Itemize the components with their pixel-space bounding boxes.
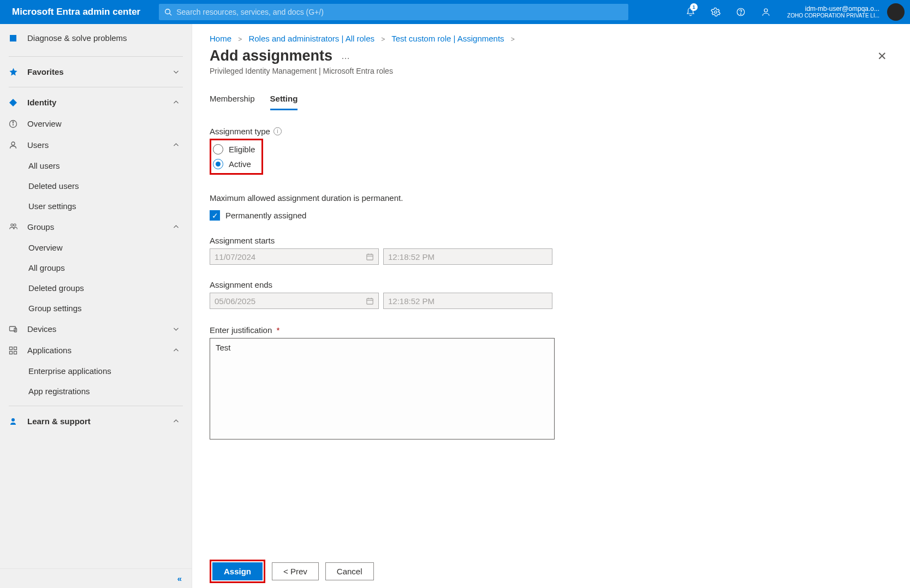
notifications-icon[interactable]: 1 — [678, 0, 703, 24]
crumb-test[interactable]: Test custom role | Assignments — [391, 34, 504, 43]
assign-button-highlight: Assign — [210, 560, 265, 583]
svg-marker-7 — [9, 99, 17, 106]
svg-rect-17 — [14, 347, 17, 349]
radio-eligible-label: Eligible — [229, 145, 255, 154]
crumb-sep: > — [381, 35, 385, 43]
page-title: Add assignments — [210, 47, 332, 64]
crumb-roles[interactable]: Roles and administrators | All roles — [248, 34, 374, 43]
collapse-icon: « — [177, 574, 182, 583]
nav-users[interactable]: Users — [0, 134, 192, 156]
nav-grp-overview[interactable]: Overview — [0, 237, 192, 258]
search-icon — [164, 8, 172, 16]
cancel-button[interactable]: Cancel — [325, 562, 374, 580]
chevron-up-icon — [173, 99, 180, 106]
chevron-up-icon — [173, 223, 180, 230]
assign-button[interactable]: Assign — [212, 562, 263, 580]
nav-devices[interactable]: Devices — [0, 318, 192, 340]
nav-applications[interactable]: Applications — [0, 340, 192, 361]
nav-groups[interactable]: Groups — [0, 216, 192, 237]
nav-all-groups[interactable]: All groups — [0, 258, 192, 278]
svg-point-20 — [11, 418, 15, 421]
feedback-icon[interactable] — [753, 0, 778, 24]
nav-overview[interactable]: Overview — [0, 113, 192, 134]
chevron-down-icon — [173, 325, 180, 332]
form: Assignment type i Eligible Active Maximu… — [192, 110, 910, 439]
chevron-up-icon — [173, 418, 180, 425]
nav-diagnose[interactable]: Diagnose & solve problems — [0, 27, 192, 49]
calendar-icon — [366, 297, 374, 305]
nav-user-settings[interactable]: User settings — [0, 196, 192, 216]
nav-app-reg[interactable]: App registrations — [0, 381, 192, 401]
nav-all-users[interactable]: All users — [0, 156, 192, 176]
tab-membership[interactable]: Membership — [210, 88, 255, 110]
start-time-input[interactable]: 12:18:52 PM — [383, 248, 552, 265]
global-search[interactable] — [159, 4, 628, 20]
radio-active[interactable]: Active — [213, 157, 255, 171]
settings-icon[interactable] — [703, 0, 728, 24]
radio-icon — [213, 144, 223, 155]
more-actions-icon[interactable]: … — [341, 51, 351, 61]
svg-point-0 — [165, 9, 170, 14]
nav-enterprise-apps[interactable]: Enterprise applications — [0, 361, 192, 381]
nav-favorites[interactable]: Favorites — [0, 61, 192, 82]
justification-input[interactable] — [210, 338, 555, 439]
nav-divider — [9, 406, 183, 406]
user-tenant: ZOHO CORPORATION PRIVATE LI... — [787, 13, 879, 19]
assignment-type-label: Assignment type — [210, 127, 270, 136]
collapse-nav[interactable]: « — [0, 568, 192, 588]
user-info[interactable]: idm-mb-user@ompqa.o... ZOHO CORPORATION … — [778, 5, 882, 19]
svg-point-12 — [11, 224, 13, 226]
devices-icon — [9, 325, 22, 334]
crumb-sep: > — [511, 35, 515, 43]
nav-group-settings[interactable]: Group settings — [0, 298, 192, 318]
star-icon — [9, 67, 22, 76]
page-subtitle: Privileged Identity Management | Microso… — [192, 64, 910, 75]
user-icon — [9, 141, 22, 150]
avatar[interactable] — [887, 3, 905, 21]
nav-favorites-label: Favorites — [27, 67, 64, 76]
crumb-home[interactable]: Home — [210, 34, 231, 43]
info-icon — [9, 120, 22, 128]
checkbox-checked-icon: ✓ — [210, 210, 220, 221]
svg-rect-25 — [367, 298, 373, 304]
nav-deleted-groups[interactable]: Deleted groups — [0, 278, 192, 298]
help-icon[interactable] — [728, 0, 753, 24]
radio-eligible[interactable]: Eligible — [213, 142, 255, 157]
nav-groups-label: Groups — [27, 222, 54, 231]
breadcrumb: Home > Roles and administrators | All ro… — [192, 24, 910, 47]
svg-point-4 — [740, 14, 741, 14]
chevron-up-icon — [173, 141, 180, 149]
svg-rect-21 — [367, 254, 373, 259]
tab-setting[interactable]: Setting — [270, 88, 298, 110]
permanently-label: Permanently assigned — [225, 211, 306, 220]
end-date-input[interactable]: 05/06/2025 — [210, 293, 379, 309]
user-email: idm-mb-user@ompqa.o... — [787, 5, 879, 13]
start-date-input[interactable]: 11/07/2024 — [210, 248, 379, 265]
nav-learn[interactable]: Learn & support — [0, 411, 192, 432]
nav-applications-label: Applications — [27, 346, 72, 355]
nav-identity[interactable]: Identity — [0, 92, 192, 113]
learn-icon — [9, 417, 22, 426]
top-right: 1 idm-mb-user@ompqa.o... ZOHO CORPORATIO… — [678, 0, 910, 24]
svg-rect-16 — [10, 347, 13, 349]
assignment-ends-label: Assignment ends — [210, 280, 893, 289]
nav-identity-label: Identity — [27, 98, 56, 107]
radio-active-label: Active — [229, 159, 251, 169]
groups-icon — [9, 222, 22, 231]
close-icon[interactable]: ✕ — [877, 50, 893, 63]
svg-rect-19 — [14, 351, 17, 354]
assignment-starts-label: Assignment starts — [210, 236, 893, 245]
required-mark: * — [276, 325, 279, 335]
permanently-assigned-checkbox[interactable]: ✓ Permanently assigned — [210, 210, 893, 221]
search-input[interactable] — [176, 8, 623, 16]
nav-deleted-users[interactable]: Deleted users — [0, 176, 192, 196]
nav-learn-label: Learn & support — [27, 417, 91, 426]
search-wrap — [159, 4, 628, 20]
end-time-input[interactable]: 12:18:52 PM — [383, 293, 552, 309]
identity-icon — [9, 98, 22, 107]
chevron-up-icon — [173, 347, 180, 354]
calendar-icon — [366, 253, 374, 261]
start-date-value: 11/07/2024 — [215, 252, 255, 262]
info-icon[interactable]: i — [273, 127, 282, 135]
prev-button[interactable]: < Prev — [272, 562, 319, 580]
